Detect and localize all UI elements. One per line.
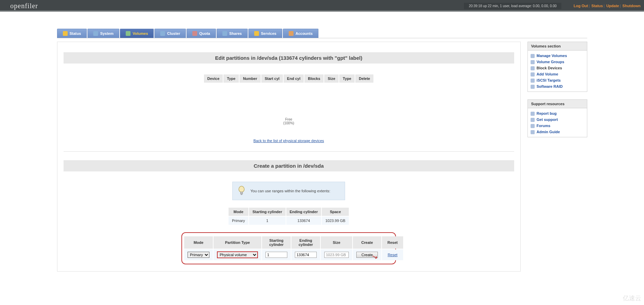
svg-point-0 <box>239 186 244 192</box>
tab-shares[interactable]: Shares <box>217 29 248 38</box>
tab-services[interactable]: Services <box>248 29 282 38</box>
partition-type-select[interactable]: Physical volume <box>217 251 258 258</box>
tab-cluster[interactable]: Cluster <box>154 29 186 38</box>
svg-rect-1 <box>241 192 243 194</box>
column-header: Partition Type <box>214 236 261 249</box>
extent-space: 1023.99 GB <box>322 217 349 225</box>
column-header: Type <box>339 74 355 83</box>
sidebar-item-manage-volumes[interactable]: Manage Volumes <box>530 53 585 59</box>
divider <box>64 151 514 152</box>
volumes-section-panel: Volumes section Manage VolumesVolume Gro… <box>527 42 587 92</box>
column-header: Reset <box>382 236 403 249</box>
starting-cylinder-input[interactable] <box>265 252 287 258</box>
sidebar-item-admin-guide[interactable]: Admin Guide <box>530 129 585 135</box>
column-header: Blocks <box>304 74 324 83</box>
tab-label: Status <box>70 31 81 36</box>
system-icon <box>93 31 98 36</box>
brand-logo: openfiler <box>10 2 38 10</box>
column-header: Ending cylinder <box>286 208 321 216</box>
reset-link[interactable]: Reset <box>388 253 398 257</box>
column-header: Starting cylinder <box>262 236 291 249</box>
tab-quota[interactable]: Quota <box>187 29 216 38</box>
column-header: Size <box>321 236 352 249</box>
tab-label: Cluster <box>167 31 180 36</box>
column-header: Create <box>353 236 381 249</box>
column-header: End cyl <box>284 74 304 83</box>
status-link[interactable]: Status <box>591 4 603 8</box>
column-header: Device <box>204 74 223 83</box>
extent-mode: Primary <box>229 217 248 225</box>
back-to-devices-link[interactable]: Back to the list of physical storage dev… <box>254 139 324 143</box>
sidebar-item-software-raid[interactable]: Software RAID <box>530 83 585 89</box>
column-header: Ending cylinder <box>291 236 320 249</box>
create-form-highlight: ModePartition TypeStarting cylinderEndin… <box>181 232 396 264</box>
partition-table: DeviceTypeNumberStart cylEnd cylBlocksSi… <box>203 74 374 83</box>
accounts-icon <box>289 31 293 36</box>
shutdown-link[interactable]: Shutdown <box>622 4 641 8</box>
sidebar-item-volume-groups[interactable]: Volume Groups <box>530 59 585 65</box>
cluster-icon <box>160 31 165 36</box>
top-bar: openfiler 20:39:18 up 22 min, 1 user, lo… <box>0 0 644 12</box>
ending-cylinder-input[interactable] <box>295 252 317 258</box>
column-header: Type <box>223 74 239 83</box>
tab-system[interactable]: System <box>87 29 119 38</box>
tab-label: Volumes <box>133 31 148 36</box>
sidebar-item-get-support[interactable]: Get support <box>530 116 585 123</box>
sidebar-item-block-devices[interactable]: Block Devices <box>530 65 585 71</box>
support-resources-title: Support resources <box>528 100 587 108</box>
tab-label: Accounts <box>296 31 313 36</box>
quota-icon <box>192 31 197 36</box>
create-partition-title: Create a partition in /dev/sda <box>64 160 514 171</box>
column-header: Space <box>322 208 349 216</box>
column-header: Start cyl <box>261 74 283 83</box>
extent-end: 133674 <box>286 217 321 225</box>
sidebar-item-forums[interactable]: Forums <box>530 123 585 129</box>
tab-accounts[interactable]: Accounts <box>283 29 318 38</box>
column-header: Delete <box>355 74 373 83</box>
column-header: Size <box>324 74 339 83</box>
tab-status[interactable]: Status <box>57 29 87 38</box>
logout-link[interactable]: Log Out <box>574 4 588 8</box>
column-header: Starting cylinder <box>249 208 286 216</box>
volumes-section-title: Volumes section <box>528 42 587 51</box>
update-link[interactable]: Update <box>606 4 619 8</box>
column-header: Mode <box>184 236 213 249</box>
tab-label: System <box>100 31 113 36</box>
main-content: Edit partitions in /dev/sda (133674 cyli… <box>57 42 521 272</box>
tab-label: Services <box>261 31 276 36</box>
hint-box: You can use ranges within the following … <box>232 182 345 200</box>
top-links: Log Out| Status| Update| Shutdown <box>574 4 641 8</box>
size-display <box>324 252 349 258</box>
sidebar-item-iscsi-targets[interactable]: iSCSI Targets <box>530 77 585 83</box>
home-icon <box>63 31 68 36</box>
mode-select[interactable]: Primary <box>188 252 209 258</box>
tab-label: Quota <box>199 31 210 36</box>
shares-icon <box>222 31 227 36</box>
main-tabs: StatusSystemVolumesClusterQuotaSharesSer… <box>57 29 587 38</box>
volumes-icon <box>126 31 131 36</box>
column-header: Number <box>239 74 261 83</box>
sidebar: Volumes section Manage VolumesVolume Gro… <box>527 42 587 145</box>
sidebar-item-add-volume[interactable]: Add Volume <box>530 71 585 77</box>
extents-table: ModeStarting cylinderEnding cylinderSpac… <box>228 207 350 225</box>
services-icon <box>254 31 259 36</box>
uptime-status: 20:39:18 up 22 min, 1 user, load average… <box>464 3 561 9</box>
support-resources-panel: Support resources Report bugGet supportF… <box>527 99 587 137</box>
tab-volumes[interactable]: Volumes <box>120 29 154 38</box>
extent-start: 1 <box>249 217 286 225</box>
create-partition-form: ModePartition TypeStarting cylinderEndin… <box>183 236 404 261</box>
free-space-indicator: Free (100%) <box>64 117 514 125</box>
tab-label: Shares <box>229 31 242 36</box>
edit-partitions-title: Edit partitions in /dev/sda (133674 cyli… <box>64 52 514 64</box>
lightbulb-icon <box>237 185 246 196</box>
sidebar-item-report-bug[interactable]: Report bug <box>530 110 585 116</box>
column-header: Mode <box>229 208 248 216</box>
